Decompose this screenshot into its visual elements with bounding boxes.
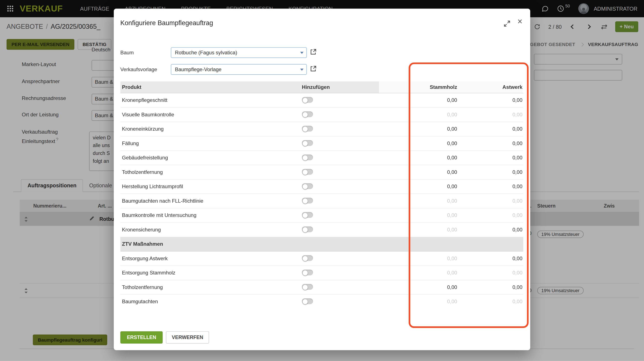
add-toggle[interactable] bbox=[302, 298, 313, 304]
chevron-down-icon bbox=[300, 52, 304, 54]
product-row: Gebäudefreistellung 0,00 0,00 bbox=[120, 151, 523, 165]
expand-dialog-icon[interactable] bbox=[504, 20, 511, 28]
baum-select[interactable]: Rotbuche (Fagus sylvatica) bbox=[171, 47, 307, 58]
add-toggle[interactable] bbox=[302, 154, 313, 160]
stammholz-value[interactable]: 0,00 bbox=[379, 169, 457, 175]
stammholz-value[interactable]: 0,00 bbox=[379, 256, 457, 261]
astwerk-value[interactable]: 0,00 bbox=[457, 270, 522, 276]
product-name: Gebäudefreistellung bbox=[120, 155, 301, 161]
product-row: Kronenpflegeschnitt 0,00 0,00 bbox=[120, 93, 523, 108]
stammholz-value[interactable]: 0,00 bbox=[379, 155, 457, 161]
dialog-title: Konfiguriere Baumpflegeauftrag bbox=[120, 20, 213, 27]
product-name: Baumgutachten nach FLL-Richtlinie bbox=[120, 198, 301, 204]
col-hinzufuegen: Hinzufügen bbox=[301, 81, 379, 93]
add-toggle[interactable] bbox=[302, 284, 313, 290]
stammholz-value[interactable]: 0,00 bbox=[379, 184, 457, 189]
dialog-footer: ERSTELLEN VERWERFEN bbox=[120, 331, 209, 343]
add-toggle[interactable] bbox=[302, 198, 313, 203]
stammholz-value[interactable]: 0,00 bbox=[379, 198, 457, 204]
add-toggle[interactable] bbox=[302, 126, 313, 131]
modal-product-rows: Kronenpflegeschnitt 0,00 0,00 Visuelle B… bbox=[120, 93, 523, 306]
product-name: Baumkontrolle mit Untersuchung bbox=[120, 212, 301, 218]
stammholz-value[interactable]: 0,00 bbox=[379, 284, 457, 290]
astwerk-value[interactable]: 0,00 bbox=[457, 284, 522, 290]
product-name: Kronenpflegeschnitt bbox=[120, 97, 301, 103]
close-dialog-icon[interactable]: × bbox=[517, 17, 522, 25]
product-name: Entsorgung Astwerk bbox=[120, 256, 301, 261]
product-name: Visuelle Baumkontrolle bbox=[120, 112, 301, 118]
product-name: Entsorgung Stammholz bbox=[120, 270, 301, 276]
product-name: Totholzentfernung bbox=[120, 169, 301, 175]
configure-dialog: Konfiguriere Baumpflegeauftrag × Baum Ro… bbox=[114, 9, 530, 350]
add-toggle[interactable] bbox=[302, 140, 313, 146]
modal-product-table: Produkt Hinzufügen Stammholz Astwerk Kro… bbox=[120, 81, 523, 306]
astwerk-value[interactable]: 0,00 bbox=[457, 155, 522, 161]
add-toggle[interactable] bbox=[302, 169, 313, 175]
product-row: Herstellung Lichtraumprofil 0,00 0,00 bbox=[120, 180, 523, 194]
stammholz-value[interactable]: 0,00 bbox=[379, 299, 457, 304]
col-produkt: Produkt bbox=[120, 81, 301, 93]
modal-table-header: Produkt Hinzufügen Stammholz Astwerk bbox=[120, 81, 523, 93]
product-row: Totholzentfernung 0,00 0,00 bbox=[120, 280, 523, 294]
product-row: Visuelle Baumkontrolle 0,00 0,00 bbox=[120, 108, 523, 122]
astwerk-value[interactable]: 0,00 bbox=[457, 184, 522, 189]
add-toggle[interactable] bbox=[302, 111, 313, 117]
add-toggle[interactable] bbox=[302, 183, 313, 189]
product-row: Baumgutachten 0,00 0,00 bbox=[120, 295, 523, 306]
astwerk-value[interactable]: 0,00 bbox=[457, 256, 522, 261]
verkaufsvorlage-label: Verkaufsvorlage bbox=[120, 64, 157, 75]
verkaufsvorlage-select[interactable]: Baumpflege-Vorlage bbox=[171, 64, 307, 75]
product-row: Entsorgung Stammholz 0,00 0,00 bbox=[120, 266, 523, 280]
product-row: Entsorgung Astwerk 0,00 0,00 bbox=[120, 251, 523, 266]
stammholz-value[interactable]: 0,00 bbox=[379, 141, 457, 146]
add-toggle[interactable] bbox=[302, 269, 313, 275]
stammholz-value[interactable]: 0,00 bbox=[379, 112, 457, 118]
astwerk-value[interactable]: 0,00 bbox=[457, 112, 522, 118]
add-toggle[interactable] bbox=[302, 212, 313, 218]
product-row: Baumkontrolle mit Untersuchung 0,00 0,00 bbox=[120, 208, 523, 223]
verkaufsvorlage-external-link-icon[interactable] bbox=[310, 66, 317, 73]
create-button[interactable]: ERSTELLEN bbox=[120, 331, 163, 343]
stammholz-value[interactable]: 0,00 bbox=[379, 97, 457, 103]
product-name: Kronensicherung bbox=[120, 227, 301, 233]
product-name: Totholzentfernung bbox=[120, 284, 301, 290]
astwerk-value[interactable]: 0,00 bbox=[457, 141, 522, 146]
product-name: Herstellung Lichtraumprofil bbox=[120, 184, 301, 189]
stammholz-value[interactable]: 0,00 bbox=[379, 227, 457, 233]
section-title: ZTV Maßnahmen bbox=[120, 241, 301, 247]
product-name: Kroneneinkürzung bbox=[120, 126, 301, 132]
add-toggle[interactable] bbox=[302, 255, 313, 261]
chevron-down-icon bbox=[300, 69, 304, 71]
stammholz-value[interactable]: 0,00 bbox=[379, 126, 457, 132]
col-stammholz: Stammholz bbox=[379, 81, 457, 93]
astwerk-value[interactable]: 0,00 bbox=[457, 97, 522, 103]
astwerk-value[interactable]: 0,00 bbox=[457, 212, 522, 218]
section-row: ZTV Maßnahmen bbox=[120, 237, 523, 252]
stammholz-value[interactable]: 0,00 bbox=[379, 270, 457, 276]
product-row: Kronensicherung 0,00 0,00 bbox=[120, 223, 523, 237]
baum-external-link-icon[interactable] bbox=[310, 49, 317, 56]
product-name: Baumgutachten bbox=[120, 299, 301, 304]
astwerk-value[interactable]: 0,00 bbox=[457, 227, 522, 233]
product-row: Fällung 0,00 0,00 bbox=[120, 136, 523, 151]
baum-label: Baum bbox=[120, 47, 134, 58]
add-toggle[interactable] bbox=[302, 97, 313, 103]
product-name: Fällung bbox=[120, 141, 301, 146]
astwerk-value[interactable]: 0,00 bbox=[457, 169, 522, 175]
add-toggle[interactable] bbox=[302, 226, 313, 232]
discard-button[interactable]: VERWERFEN bbox=[166, 331, 209, 343]
product-row: Totholzentfernung 0,00 0,00 bbox=[120, 165, 523, 179]
stammholz-value[interactable]: 0,00 bbox=[379, 212, 457, 218]
col-astwerk: Astwerk bbox=[457, 81, 522, 93]
astwerk-value[interactable]: 0,00 bbox=[457, 126, 522, 132]
product-row: Baumgutachten nach FLL-Richtlinie 0,00 0… bbox=[120, 194, 523, 208]
astwerk-value[interactable]: 0,00 bbox=[457, 198, 522, 204]
product-row: Kroneneinkürzung 0,00 0,00 bbox=[120, 122, 523, 137]
app-screen: VERKAUF AUFTRÄGE ABZURECHNEN PRODUKTE BE… bbox=[0, 0, 644, 361]
astwerk-value[interactable]: 0,00 bbox=[457, 299, 522, 304]
